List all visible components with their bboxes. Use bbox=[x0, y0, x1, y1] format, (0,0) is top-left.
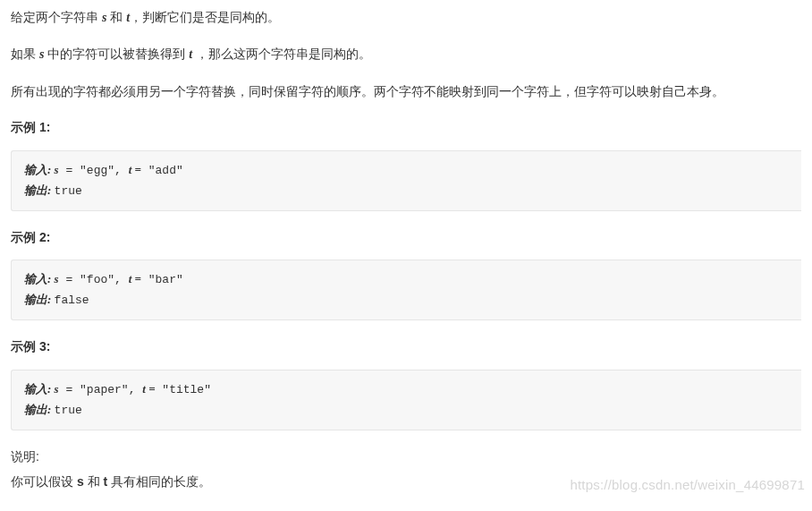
notes-body: 你可以假设 s 和 t 具有相同的长度。 bbox=[11, 472, 801, 491]
input-label: 输入: bbox=[24, 272, 55, 285]
intro-paragraph-2: 如果 s 中的字符可以被替换得到 t ，那么这两个字符串是同构的。 bbox=[11, 44, 801, 64]
intro-paragraph-3: 所有出现的字符都必须用另一个字符替换，同时保留字符的顺序。两个字符不能映射到同一… bbox=[11, 81, 801, 101]
example-1-code: 输入: s = "egg", t = "add" 输出: true bbox=[11, 150, 801, 211]
text: 具有相同的长度。 bbox=[107, 474, 211, 489]
text: 中的字符可以被替换得到 bbox=[44, 47, 189, 61]
example-3-heading: 示例 3: bbox=[11, 336, 801, 356]
example-3-code: 输入: s = "paper", t = "title" 输出: true bbox=[11, 370, 801, 430]
text: = "egg", bbox=[59, 164, 129, 177]
output-label: 输出: bbox=[24, 293, 55, 306]
text: = "paper", bbox=[59, 383, 143, 396]
output-value: true bbox=[55, 404, 82, 417]
intro-paragraph-1: 给定两个字符串 s 和 t，判断它们是否是同构的。 bbox=[11, 7, 801, 28]
output-label: 输出: bbox=[24, 183, 55, 197]
example-2-code: 输入: s = "foo", t = "bar" 输出: false bbox=[11, 260, 801, 320]
text: ，那么这两个字符串是同构的。 bbox=[192, 47, 371, 61]
output-value: true bbox=[55, 184, 82, 198]
example-1-heading: 示例 1: bbox=[11, 117, 801, 137]
output-value: false bbox=[55, 294, 89, 307]
output-label: 输出: bbox=[24, 403, 55, 416]
text: = "foo", bbox=[59, 273, 129, 286]
input-label: 输入: bbox=[24, 163, 55, 176]
text: 和 bbox=[84, 474, 104, 489]
example-2-heading: 示例 2: bbox=[11, 227, 801, 247]
text: ，判断它们是否是同构的。 bbox=[130, 10, 280, 24]
var-t: t = bbox=[129, 163, 141, 176]
var-s: s bbox=[77, 474, 84, 489]
text: 如果 bbox=[11, 47, 39, 61]
var-t: t = bbox=[129, 272, 141, 285]
var-t: t = bbox=[142, 382, 155, 396]
text: 和 bbox=[106, 10, 126, 24]
text: "add" bbox=[141, 164, 183, 177]
text: 你可以假设 bbox=[11, 474, 77, 489]
notes-heading: 说明: bbox=[11, 447, 801, 466]
input-label: 输入: bbox=[24, 382, 55, 396]
text: 给定两个字符串 bbox=[11, 10, 102, 24]
text: "title" bbox=[156, 383, 211, 396]
text: "bar" bbox=[141, 273, 183, 286]
